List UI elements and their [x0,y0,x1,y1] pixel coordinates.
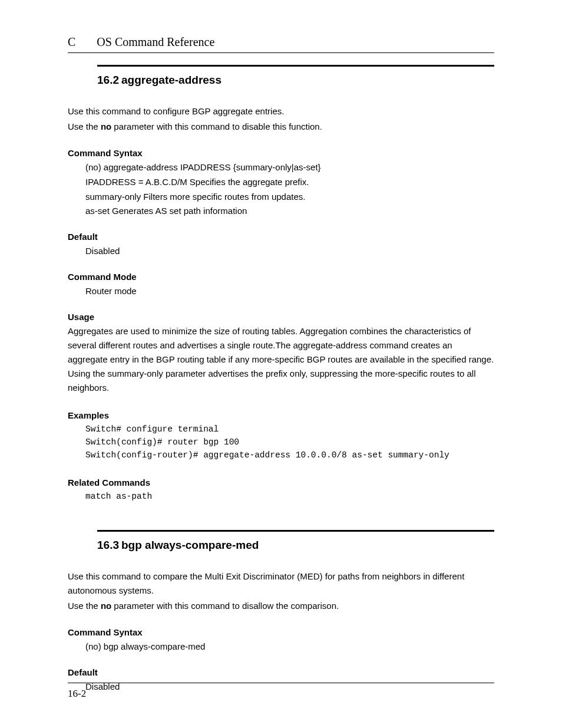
syntax-line: as-set Generates AS set path information [85,204,494,219]
section-heading-bgp-always-compare-med: 16.3bgp always-compare-med [97,539,494,552]
page-footer: 16-2 [68,683,494,700]
example-line: Switch(config)# router bgp 100 [85,436,494,449]
related-command-line: match as-path [85,490,494,503]
command-syntax-heading: Command Syntax [68,148,494,158]
examples-heading: Examples [68,410,494,420]
syntax-line: IPADDRESS = A.B.C.D/M Specifies the aggr… [85,175,494,190]
intro-line-1: Use this command to compare the Multi Ex… [68,569,494,598]
page-number: 16-2 [68,688,494,700]
intro-line-1: Use this command to configure BGP aggreg… [68,104,494,118]
section-name: bgp always-compare-med [121,539,259,551]
intro-block: Use this command to compare the Multi Ex… [68,569,494,613]
section-rule [97,530,494,532]
section-heading-aggregate-address: 16.2aggregate-address [97,74,494,87]
no-keyword: no [101,601,111,611]
text: Use the [68,121,101,131]
syntax-line: (no) aggregate-address IPADDRESS {summar… [85,160,494,175]
usage-heading: Usage [68,312,494,322]
default-value: Disabled [85,244,494,259]
example-line: Switch# configure terminal [85,423,494,436]
command-mode-heading: Command Mode [68,272,494,282]
intro-line-2: Use the no parameter with this command t… [68,120,494,134]
command-syntax-heading: Command Syntax [68,627,494,637]
header-appendix: C [68,35,75,49]
default-heading: Default [68,232,494,242]
section-number: 16.2 [97,74,119,87]
footer-rule [68,683,494,683]
command-mode-value: Router mode [85,284,494,299]
example-line: Switch(config-router)# aggregate-address… [85,449,494,462]
default-heading: Default [68,667,494,677]
intro-block: Use this command to configure BGP aggreg… [68,104,494,134]
syntax-line: (no) bgp always-compare-med [85,640,494,654]
syntax-line: summary-only Filters more specific route… [85,190,494,205]
intro-line-2: Use the no parameter with this command t… [68,599,494,613]
usage-body: Aggregates are used to minimize the size… [68,324,494,395]
page-header: C OS Command Reference [68,35,494,53]
header-title: OS Command Reference [97,35,214,49]
related-commands-heading: Related Commands [68,477,494,487]
text: parameter with this command to disallow … [111,601,339,611]
text: parameter with this command to disable t… [111,121,322,131]
section-name: aggregate-address [121,74,222,86]
section-number: 16.3 [97,539,119,552]
no-keyword: no [101,121,111,131]
section-rule [97,65,494,67]
text: Use the [68,601,101,611]
